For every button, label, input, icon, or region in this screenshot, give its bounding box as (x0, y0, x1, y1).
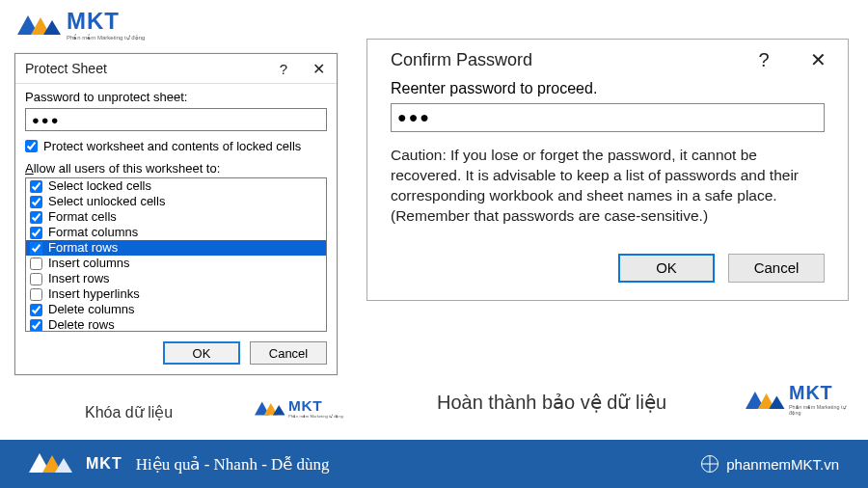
protect-checkbox-label: Protect worksheet and contents of locked… (43, 139, 301, 153)
permission-checkbox[interactable] (30, 227, 42, 239)
reenter-label: Reenter password to proceed. (391, 80, 597, 96)
permission-checkbox[interactable] (30, 319, 42, 332)
permission-item[interactable]: Select unlocked cells (26, 194, 326, 209)
protect-checkbox[interactable] (25, 140, 38, 152)
permission-checkbox[interactable] (30, 273, 42, 285)
permission-checkbox[interactable] (30, 304, 42, 316)
permission-item[interactable]: Delete columns (26, 302, 326, 317)
permission-checkbox[interactable] (30, 196, 42, 208)
confirm-password-input[interactable] (391, 103, 825, 132)
permission-label: Format rows (48, 240, 118, 256)
brand-tagline: Phần mềm Marketing tự động (789, 404, 855, 417)
permission-item[interactable]: Format rows (26, 240, 326, 256)
footer-bar: MKT Hiệu quả - Nhanh - Dễ dùng phanmemMK… (0, 440, 868, 488)
protect-titlebar: Protect Sheet ? ✕ (15, 54, 337, 84)
protect-title: Protect Sheet (25, 61, 107, 76)
confirm-password-dialog: Confirm Password ? ✕ Reenter password to… (366, 39, 849, 301)
permission-checkbox[interactable] (30, 180, 42, 193)
brand-tagline: Phần mềm Marketing tự động (67, 34, 145, 41)
allow-label: Allow all users of this worksheet to: (25, 161, 327, 176)
permission-label: Select unlocked cells (48, 194, 165, 209)
permission-checkbox[interactable] (30, 258, 42, 270)
permission-label: Format cells (48, 209, 117, 225)
footer-site-link[interactable]: phanmemMKT.vn (701, 455, 839, 473)
protect-checkbox-row[interactable]: Protect worksheet and contents of locked… (25, 139, 327, 153)
permission-item[interactable]: Format cells (26, 209, 326, 225)
cancel-button[interactable]: Cancel (250, 341, 327, 365)
footer-logo (29, 453, 72, 475)
permission-item[interactable]: Select locked cells (26, 178, 326, 194)
caption-left: Khóa dữ liệu (85, 403, 173, 421)
permission-item[interactable]: Insert hyperlinks (26, 286, 326, 302)
brand-name: MKT (67, 8, 120, 34)
permissions-listbox[interactable]: Select locked cellsSelect unlocked cells… (25, 177, 327, 332)
ok-button[interactable]: OK (618, 254, 715, 283)
permission-label: Format columns (48, 225, 138, 240)
help-button[interactable]: ? (271, 58, 296, 79)
logo-mark-icon (746, 392, 785, 409)
globe-icon (701, 455, 719, 473)
confirm-titlebar: Confirm Password ? ✕ (367, 40, 848, 72)
password-input[interactable] (25, 108, 327, 131)
caption-right: Hoàn thành bảo vệ dữ liệu (437, 391, 666, 414)
footer-brand-name: MKT (86, 455, 122, 473)
permission-item[interactable]: Delete rows (26, 317, 326, 332)
brand-tagline: Phần mềm Marketing tự động (288, 414, 343, 419)
logo-mark-icon (17, 15, 61, 35)
brand-name: MKT (789, 382, 833, 404)
password-label: Password to unprotect sheet: (25, 90, 187, 104)
help-button[interactable]: ? (751, 49, 776, 70)
permission-label: Select locked cells (48, 178, 151, 194)
ok-button[interactable]: OK (163, 341, 240, 365)
permission-label: Insert rows (48, 271, 110, 286)
permission-item[interactable]: Format columns (26, 225, 326, 240)
permission-checkbox[interactable] (30, 242, 42, 255)
cancel-button[interactable]: Cancel (728, 254, 825, 283)
brand-logo-caption: MKT Phần mềm Marketing tự động (255, 398, 343, 419)
permission-label: Insert columns (48, 256, 130, 271)
permission-checkbox[interactable] (30, 211, 42, 224)
brand-logo-bottomright: MKT Phần mềm Marketing tự động (746, 384, 855, 416)
brand-name: MKT (288, 397, 322, 415)
permission-label: Delete columns (48, 302, 135, 317)
logo-mark-icon (29, 453, 72, 473)
permission-label: Insert hyperlinks (48, 286, 140, 302)
permission-checkbox[interactable] (30, 288, 42, 301)
permission-label: Delete rows (48, 317, 115, 332)
confirm-title: Confirm Password (391, 50, 532, 70)
footer-slogan: Hiệu quả - Nhanh - Dễ dùng (136, 454, 330, 474)
brand-logo-topleft: MKT Phần mềm Marketing tự động (17, 10, 145, 41)
permission-item[interactable]: Insert columns (26, 256, 326, 271)
permission-item[interactable]: Insert rows (26, 271, 326, 286)
close-button[interactable]: ✕ (306, 58, 331, 79)
caution-text: Caution: If you lose or forget the passw… (391, 146, 825, 227)
close-button[interactable]: ✕ (805, 49, 830, 70)
logo-mark-icon (255, 402, 285, 416)
protect-sheet-dialog: Protect Sheet ? ✕ Password to unprotect … (14, 53, 338, 375)
footer-site-text: phanmemMKT.vn (726, 456, 839, 473)
